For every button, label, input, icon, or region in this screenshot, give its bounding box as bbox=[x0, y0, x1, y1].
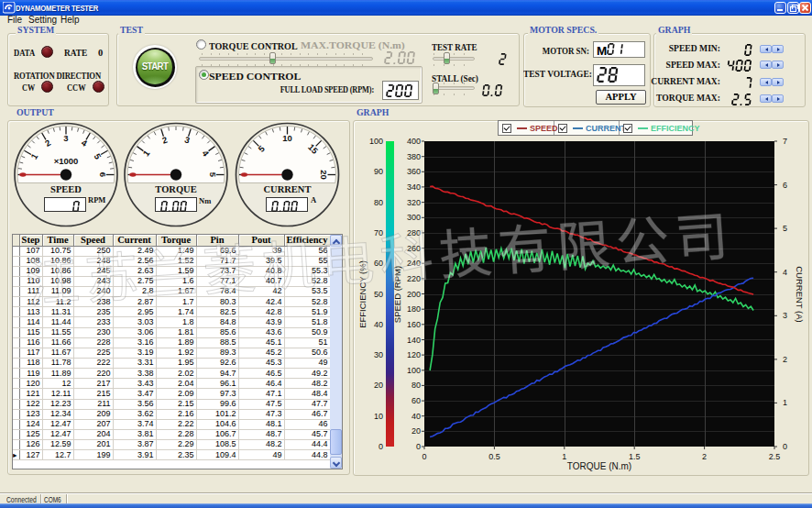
svg-text:TORQUE (N.m): TORQUE (N.m) bbox=[567, 461, 631, 471]
svg-text:30: 30 bbox=[374, 350, 383, 359]
svg-text:60: 60 bbox=[374, 259, 383, 268]
svg-text:4: 4 bbox=[783, 268, 787, 277]
svg-text:160: 160 bbox=[407, 320, 421, 329]
svg-text:1: 1 bbox=[562, 452, 566, 461]
svg-text:70: 70 bbox=[374, 228, 383, 237]
svg-text:2: 2 bbox=[783, 355, 787, 364]
svg-text:1.5: 1.5 bbox=[629, 452, 641, 461]
svg-text:2: 2 bbox=[702, 452, 707, 461]
svg-text:5: 5 bbox=[208, 172, 218, 178]
svg-text:5: 5 bbox=[783, 224, 787, 233]
svg-text:260: 260 bbox=[407, 244, 421, 253]
svg-text:340: 340 bbox=[407, 182, 421, 192]
svg-text:0: 0 bbox=[422, 452, 426, 461]
svg-text:320: 320 bbox=[407, 198, 421, 207]
svg-text:200: 200 bbox=[407, 290, 421, 299]
svg-text:50: 50 bbox=[374, 290, 383, 299]
svg-text:SPEED (RPM): SPEED (RPM) bbox=[392, 266, 402, 323]
svg-text:TORQUE: TORQUE bbox=[155, 184, 196, 194]
svg-text:0: 0 bbox=[783, 442, 787, 451]
svg-text:7: 7 bbox=[783, 137, 787, 146]
svg-text:60: 60 bbox=[411, 396, 421, 405]
svg-text:3: 3 bbox=[63, 133, 68, 143]
svg-text:380: 380 bbox=[407, 152, 421, 161]
svg-text:220: 220 bbox=[407, 274, 421, 283]
svg-text:20: 20 bbox=[374, 381, 383, 390]
svg-text:180: 180 bbox=[407, 304, 421, 314]
svg-text:CURRENT: CURRENT bbox=[264, 184, 312, 194]
svg-text:10: 10 bbox=[374, 412, 383, 421]
svg-text:3: 3 bbox=[783, 311, 787, 320]
svg-text:400: 400 bbox=[407, 137, 421, 146]
svg-text:1: 1 bbox=[783, 398, 787, 407]
svg-text:140: 140 bbox=[407, 336, 421, 345]
svg-text:360: 360 bbox=[407, 167, 421, 176]
svg-text:10: 10 bbox=[282, 133, 292, 143]
svg-text:40: 40 bbox=[411, 412, 421, 421]
svg-text:6: 6 bbox=[783, 181, 787, 190]
svg-text:6: 6 bbox=[98, 172, 108, 177]
svg-text:280: 280 bbox=[407, 228, 421, 237]
svg-text:40: 40 bbox=[374, 320, 383, 329]
svg-text:20: 20 bbox=[319, 170, 329, 180]
svg-text:EFFICIENCY (%): EFFICIENCY (%) bbox=[357, 260, 368, 328]
svg-text:80: 80 bbox=[411, 381, 421, 390]
svg-text:20: 20 bbox=[411, 426, 421, 436]
svg-text:80: 80 bbox=[374, 198, 383, 207]
svg-text:100: 100 bbox=[369, 137, 383, 146]
svg-text:90: 90 bbox=[374, 167, 383, 176]
svg-text:0.5: 0.5 bbox=[488, 452, 500, 461]
svg-text:0: 0 bbox=[416, 442, 421, 451]
svg-text:SPEED: SPEED bbox=[50, 184, 82, 194]
svg-text:CURRENT (A): CURRENT (A) bbox=[795, 266, 805, 323]
svg-text:120: 120 bbox=[407, 350, 421, 359]
svg-text:300: 300 bbox=[407, 213, 421, 222]
svg-text:0: 0 bbox=[379, 442, 383, 451]
svg-text:×1000: ×1000 bbox=[54, 156, 79, 166]
svg-text:240: 240 bbox=[407, 259, 421, 268]
svg-text:2.5: 2.5 bbox=[769, 452, 781, 461]
svg-text:100: 100 bbox=[407, 366, 421, 375]
